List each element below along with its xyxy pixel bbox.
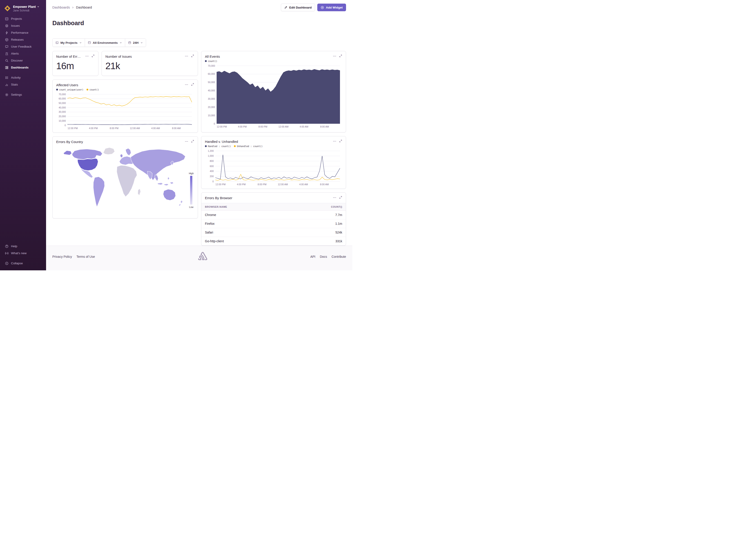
widget-menu-icon[interactable] bbox=[333, 139, 336, 143]
widget-expand-icon[interactable] bbox=[339, 139, 342, 143]
sidebar-item-issues[interactable]: Issues bbox=[0, 22, 46, 29]
sidebar-item-stats[interactable]: Stats bbox=[0, 81, 46, 88]
widget-expand-icon[interactable] bbox=[191, 140, 194, 143]
projects-filter-icon bbox=[56, 41, 59, 44]
widget-errors-by-country[interactable]: Errors By Country bbox=[52, 136, 198, 219]
sidebar-item-projects[interactable]: Projects bbox=[0, 15, 46, 22]
footer-links-right: API Docs Contribute bbox=[310, 255, 346, 258]
big-number-value: 16m bbox=[56, 61, 95, 72]
legend-dot bbox=[234, 145, 236, 147]
sidebar-item-help[interactable]: Help bbox=[0, 243, 46, 250]
widget-number-of-errors[interactable]: Number of Err… 16m bbox=[52, 51, 98, 76]
add-circle-icon bbox=[321, 6, 324, 9]
table-row: Chrome 7.7m bbox=[201, 211, 346, 219]
map-legend: High Low bbox=[189, 172, 194, 208]
sidebar-item-performance[interactable]: Performance bbox=[0, 29, 46, 36]
browser-name: Firefox bbox=[205, 222, 215, 225]
sidebar-item-settings[interactable]: Settings bbox=[0, 91, 46, 98]
widget-errors-by-browser[interactable]: Errors By Browser BROWSER.NAME COUNT() C… bbox=[201, 193, 346, 246]
chevron-down-icon bbox=[79, 42, 82, 44]
svg-text:12:00 AM: 12:00 AM bbox=[278, 125, 288, 128]
widget-expand-icon[interactable] bbox=[92, 54, 95, 58]
widget-menu-icon[interactable] bbox=[185, 54, 188, 58]
sidebar-item-whats-new[interactable]: What's new bbox=[0, 250, 46, 257]
widget-expand-icon[interactable] bbox=[339, 54, 342, 58]
sidebar-item-user-feedback[interactable]: User Feedback bbox=[0, 43, 46, 50]
breadcrumb-dashboards[interactable]: Dashboards bbox=[52, 6, 70, 9]
terms-of-use-link[interactable]: Terms of Use bbox=[76, 255, 95, 258]
activity-icon bbox=[5, 76, 8, 79]
svg-text:0: 0 bbox=[212, 180, 214, 183]
map-region-asia bbox=[131, 149, 186, 180]
projects-filter[interactable]: My Projects bbox=[53, 39, 85, 47]
chevron-down-icon bbox=[140, 42, 143, 44]
svg-text:8:00 AM: 8:00 AM bbox=[320, 183, 329, 186]
widget-title: Handled v. Unhandled bbox=[205, 139, 238, 144]
widget-affected-users[interactable]: Affected Users count_unique(user) count(… bbox=[52, 79, 198, 133]
sidebar-item-label: Settings bbox=[11, 93, 22, 97]
filter-bar: My Projects All Environments 24H bbox=[46, 31, 352, 51]
environments-filter[interactable]: All Environments bbox=[85, 39, 125, 47]
api-link[interactable]: API bbox=[310, 255, 315, 258]
svg-text:4:00 PM: 4:00 PM bbox=[237, 183, 246, 186]
widget-expand-icon[interactable] bbox=[191, 54, 194, 58]
chart-legend: count_unique(user) count() bbox=[56, 88, 194, 91]
map-legend-gradient bbox=[190, 176, 192, 204]
map-region-greenland bbox=[103, 147, 115, 155]
widget-menu-icon[interactable] bbox=[185, 140, 188, 143]
map-region-indonesia bbox=[157, 182, 174, 186]
widget-number-of-issues[interactable]: Number of Issues 21k bbox=[101, 51, 198, 76]
widget-all-events[interactable]: All Events count() 010,00020,00030,00040… bbox=[201, 51, 346, 133]
svg-text:0: 0 bbox=[214, 122, 215, 125]
widget-menu-icon[interactable] bbox=[333, 196, 336, 199]
docs-link[interactable]: Docs bbox=[320, 255, 327, 258]
widget-menu-icon[interactable] bbox=[85, 54, 89, 58]
performance-icon bbox=[5, 31, 8, 35]
svg-text:12:00 PM: 12:00 PM bbox=[217, 125, 227, 128]
svg-text:12:00 PM: 12:00 PM bbox=[215, 183, 226, 186]
edit-dashboard-button[interactable]: Edit Dashboard bbox=[281, 4, 315, 11]
org-switcher[interactable]: Empower Plant Jane Schmidt bbox=[0, 4, 46, 15]
widget-title: Number of Issues bbox=[105, 54, 132, 59]
add-widget-button[interactable]: Add Widget bbox=[317, 4, 346, 11]
table-row: Safari 524k bbox=[201, 228, 346, 237]
environments-filter-icon bbox=[88, 41, 91, 44]
svg-text:30,000: 30,000 bbox=[208, 97, 215, 100]
browser-count: 524k bbox=[335, 231, 342, 234]
sidebar-item-label: Collapse bbox=[11, 261, 23, 265]
contribute-link[interactable]: Contribute bbox=[331, 255, 346, 258]
legend-dot bbox=[56, 89, 58, 91]
sidebar-item-label: What's new bbox=[11, 251, 26, 255]
sidebar-collapse-button[interactable]: Collapse bbox=[0, 260, 46, 267]
discover-icon bbox=[5, 59, 8, 62]
widget-expand-icon[interactable] bbox=[339, 196, 342, 199]
world-map: High Low bbox=[56, 146, 194, 214]
handled-unhandled-chart: 02004006008001,0001,20012:00 PM4:00 PM8:… bbox=[205, 149, 342, 186]
sidebar-item-dashboards[interactable]: Dashboards bbox=[0, 64, 46, 71]
sidebar: Empower Plant Jane Schmidt Projects Issu… bbox=[0, 0, 46, 271]
browser-name: Safari bbox=[205, 231, 213, 234]
all-events-chart: 010,00020,00030,00040,00050,00060,00070,… bbox=[205, 64, 342, 129]
sidebar-item-discover[interactable]: Discover bbox=[0, 57, 46, 64]
issues-icon bbox=[5, 24, 8, 27]
widget-title: Number of Err… bbox=[56, 54, 81, 59]
sidebar-item-releases[interactable]: Releases bbox=[0, 36, 46, 43]
widget-handled-unhandled[interactable]: Handled v. Unhandled Handled : count() U… bbox=[201, 136, 346, 189]
breadcrumb-current: Dashboard bbox=[76, 6, 92, 9]
org-user: Jane Schmidt bbox=[13, 9, 39, 12]
svg-text:4:00 AM: 4:00 AM bbox=[299, 183, 308, 186]
sidebar-item-alerts[interactable]: Alerts bbox=[0, 50, 46, 57]
widget-menu-icon[interactable] bbox=[333, 54, 336, 58]
time-range-filter[interactable]: 24H bbox=[125, 39, 146, 47]
privacy-policy-link[interactable]: Privacy Policy bbox=[52, 255, 72, 258]
sidebar-item-label: Dashboards bbox=[11, 65, 28, 69]
svg-text:10,000: 10,000 bbox=[208, 114, 215, 117]
big-number-value: 21k bbox=[105, 61, 194, 72]
sidebar-item-label: User Feedback bbox=[11, 45, 32, 48]
widget-expand-icon[interactable] bbox=[191, 83, 194, 86]
pencil-icon bbox=[284, 6, 287, 9]
widget-menu-icon[interactable] bbox=[185, 83, 188, 86]
table-row: Firefox 1.1m bbox=[201, 219, 346, 228]
svg-text:60,000: 60,000 bbox=[208, 73, 215, 76]
sidebar-item-activity[interactable]: Activity bbox=[0, 74, 46, 81]
